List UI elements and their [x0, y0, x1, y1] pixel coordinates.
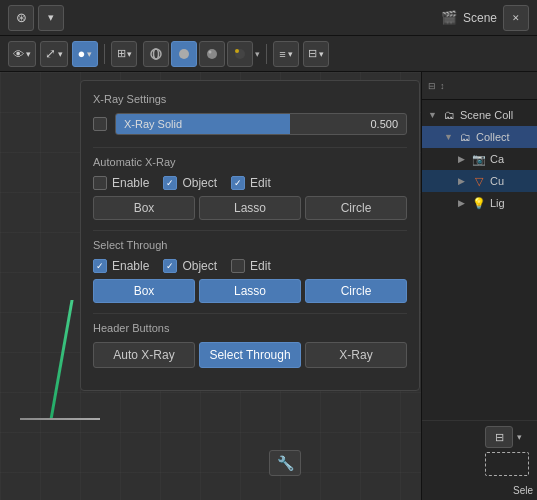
panel-icon-row: ⊟ ▾	[485, 426, 529, 448]
eye-icon: 👁	[13, 48, 24, 60]
outliner-item-camera[interactable]: ▶ 📷 Ca	[422, 148, 537, 170]
edit-auto-label[interactable]: Edit	[231, 176, 271, 190]
auto-xray-check-row: Enable Object Edit	[93, 176, 407, 190]
collect-label: Collect	[476, 131, 510, 143]
properties-icon: ⊟	[308, 47, 317, 60]
svg-point-1	[154, 49, 159, 59]
xray-solid-slider[interactable]: X-Ray Solid 0.500	[115, 113, 407, 135]
select-box-btn[interactable]: Box	[93, 279, 195, 303]
panel-bottom-btns: ⊟ ▾	[485, 426, 529, 476]
xray-solid-checkbox[interactable]	[93, 117, 107, 131]
outliner-toggle[interactable]: ≡ ▾	[273, 41, 299, 67]
auto-box-btn[interactable]: Box	[93, 196, 195, 220]
xray-settings-title: X-Ray Settings	[93, 93, 407, 105]
camera-icon: 📷	[472, 152, 486, 166]
svg-point-2	[179, 49, 189, 59]
outliner-icon: ≡	[279, 48, 285, 60]
shading-wire[interactable]	[143, 41, 169, 67]
automatic-xray-section: Automatic X-Ray Enable Object Edit	[93, 156, 407, 220]
expand-cam-icon: ▶	[458, 154, 468, 164]
collection-icon: 🗂	[442, 108, 456, 122]
edit-select-checkbox[interactable]	[231, 259, 245, 273]
auto-xray-header-btn[interactable]: Auto X-Ray	[93, 342, 195, 368]
shading-rendered[interactable]	[227, 41, 253, 67]
properties-dropdown: ▾	[319, 49, 324, 59]
outliner-dropdown: ▾	[288, 49, 293, 59]
select-through-header-btn[interactable]: Select Through	[199, 342, 301, 368]
outliner-header: ⊟ ↕	[422, 72, 537, 100]
viewport-icon-btn[interactable]: 👁 ▾	[8, 41, 36, 67]
edit-auto-checkbox[interactable]	[231, 176, 245, 190]
shading-btn[interactable]: ● ▾	[72, 41, 98, 67]
enable-select-label[interactable]: Enable	[93, 259, 149, 273]
auto-xray-btn-row: Box Lasso Circle	[93, 196, 407, 220]
light-icon: 💡	[472, 196, 486, 210]
eye-dropdown-icon: ▾	[26, 49, 31, 59]
scene-coll-label: Scene Coll	[460, 109, 513, 121]
auto-lasso-btn[interactable]: Lasso	[199, 196, 301, 220]
outliner-item-scene[interactable]: ▼ 🗂 Scene Coll	[422, 104, 537, 126]
svg-point-4	[209, 50, 212, 53]
enable-auto-label[interactable]: Enable	[93, 176, 149, 190]
dropdown-btn[interactable]: ▾	[38, 5, 64, 31]
divider-select	[93, 230, 407, 231]
auto-circle-btn[interactable]: Circle	[305, 196, 407, 220]
enable-select-checkbox[interactable]	[93, 259, 107, 273]
xray-header-btn[interactable]: X-Ray	[305, 342, 407, 368]
xray-solid-value: 0.500	[370, 118, 398, 130]
main-toolbar: 👁 ▾ ⤢ ▾ ● ▾ ⊞ ▾ ▾ ≡ ▾ ⊟ ▾	[0, 36, 537, 72]
grid-dropdown-icon: ▾	[127, 49, 132, 59]
viewport[interactable]: X-Ray Settings X-Ray Solid 0.500 Automat…	[0, 72, 421, 500]
expand-scene-icon: ▼	[428, 110, 438, 120]
panel-dropdown-icon: ▾	[517, 432, 522, 442]
outliner-item-collect[interactable]: ▼ 🗂 Collect	[422, 126, 537, 148]
divider-1	[104, 44, 105, 64]
overlay-btn[interactable]: ⊞ ▾	[111, 41, 137, 67]
object-select-text: Object	[182, 259, 217, 273]
shading-dropdown-icon: ▾	[87, 49, 92, 59]
select-through-check-row: Enable Object Edit	[93, 259, 407, 273]
wrench-icon: 🔧	[277, 455, 294, 471]
cube-icon: ▽	[472, 174, 486, 188]
edit-auto-text: Edit	[250, 176, 271, 190]
main-content: X-Ray Settings X-Ray Solid 0.500 Automat…	[0, 72, 537, 500]
select-lasso-btn[interactable]: Lasso	[199, 279, 301, 303]
object-auto-text: Object	[182, 176, 217, 190]
right-panel-footer: ⊟ ▾ Sele	[422, 420, 537, 500]
cube-label: Cu	[490, 175, 504, 187]
object-auto-checkbox[interactable]	[163, 176, 177, 190]
top-bar: ⊛ ▾ 🎬 Scene ✕	[0, 0, 537, 36]
expand-light-icon: ▶	[458, 198, 468, 208]
select-circle-btn[interactable]: Circle	[305, 279, 407, 303]
transform-dropdown-icon: ▾	[58, 49, 63, 59]
outliner-panel: ⊟ ↕ ▼ 🗂 Scene Coll ▼ 🗂 Collect ▶ �	[421, 72, 537, 500]
transform-btn[interactable]: ⤢ ▾	[40, 41, 68, 67]
outliner-item-light[interactable]: ▶ 💡 Lig	[422, 192, 537, 214]
auto-xray-title: Automatic X-Ray	[93, 156, 407, 168]
shading-solid[interactable]	[171, 41, 197, 67]
edit-select-label[interactable]: Edit	[231, 259, 271, 273]
grid-icon: ⊞	[117, 47, 126, 60]
outliner-item-cube[interactable]: ▶ ▽ Cu	[422, 170, 537, 192]
enable-select-text: Enable	[112, 259, 149, 273]
xray-solid-row: X-Ray Solid 0.500	[93, 113, 407, 135]
scene-dropdown[interactable]: ✕	[503, 5, 529, 31]
object-select-checkbox[interactable]	[163, 259, 177, 273]
camera-label: Ca	[490, 153, 504, 165]
svg-point-6	[235, 49, 239, 53]
object-auto-label[interactable]: Object	[163, 176, 217, 190]
divider-xray	[93, 147, 407, 148]
object-select-label[interactable]: Object	[163, 259, 217, 273]
settings-btn[interactable]: 🔧	[269, 450, 301, 476]
panel-settings-btn[interactable]: ⊟	[485, 426, 513, 448]
svg-point-0	[151, 49, 161, 59]
enable-auto-checkbox[interactable]	[93, 176, 107, 190]
arrow-icon: ⤢	[45, 46, 56, 61]
properties-btn[interactable]: ⊟ ▾	[303, 41, 329, 67]
icon-btn-left[interactable]: ⊛	[8, 5, 34, 31]
select-through-section: Select Through Enable Object Edit	[93, 239, 407, 303]
header-buttons-title: Header Buttons	[93, 322, 407, 334]
divider-header	[93, 313, 407, 314]
expand-collect-icon: ▼	[444, 132, 454, 142]
shading-material[interactable]	[199, 41, 225, 67]
